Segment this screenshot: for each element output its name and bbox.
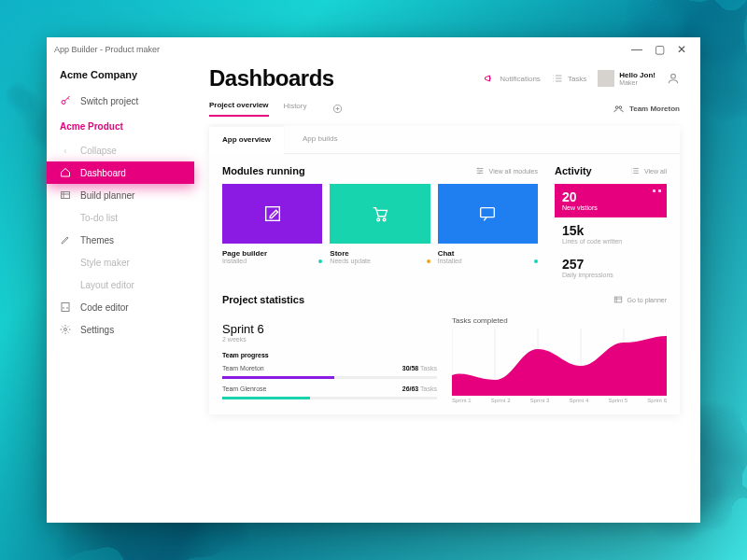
metric-value: 20 bbox=[562, 189, 659, 204]
team-done: 30/58 bbox=[402, 365, 419, 371]
company-name: Acme Company bbox=[47, 69, 194, 90]
team-icon bbox=[613, 104, 624, 114]
module-status: Installed bbox=[222, 258, 247, 264]
view-all-label: View all bbox=[644, 168, 667, 175]
project-name[interactable]: Acme Product bbox=[47, 112, 194, 139]
view-all-modules-label: View all modules bbox=[489, 168, 538, 175]
svg-point-3 bbox=[64, 329, 67, 331]
metric-lines-of-code[interactable]: 15k Lines of code written bbox=[555, 217, 667, 251]
project-stats-title: Project statistics bbox=[222, 294, 304, 305]
avatar bbox=[598, 70, 614, 87]
module-card-chat[interactable]: Chat Installed bbox=[438, 184, 538, 264]
list-icon bbox=[630, 166, 640, 175]
notifications-label: Notifications bbox=[500, 75, 541, 83]
account-icon[interactable] bbox=[667, 72, 680, 85]
tasks-completed-chart: Tasks completed Sprint 1 Sprint 2 Sprint… bbox=[452, 316, 667, 403]
svg-point-7 bbox=[619, 106, 622, 109]
user-menu[interactable]: Hello Jon! Maker bbox=[598, 70, 655, 87]
sidebar: Acme Company Switch project Acme Product… bbox=[47, 62, 194, 523]
metric-label: Lines of code written bbox=[562, 238, 659, 245]
module-status: Needs update bbox=[330, 258, 371, 264]
sidebar-item-collapse[interactable]: ‹ Collapse bbox=[47, 139, 194, 161]
add-tab-button[interactable] bbox=[332, 104, 343, 114]
tab-history[interactable]: History bbox=[284, 102, 307, 116]
pencil-icon bbox=[60, 234, 71, 245]
window-minimize-button[interactable]: — bbox=[626, 43, 648, 56]
activity-title: Activity bbox=[555, 165, 592, 176]
switch-project-label: Switch project bbox=[80, 96, 138, 106]
sprint-label: Sprint 4 bbox=[570, 398, 589, 403]
sidebar-item-dashboard[interactable]: Dashboard bbox=[47, 161, 194, 184]
planner-icon bbox=[60, 189, 71, 201]
svg-point-0 bbox=[62, 101, 65, 105]
module-name: Store bbox=[330, 249, 430, 258]
home-icon bbox=[60, 167, 71, 178]
svg-rect-1 bbox=[62, 192, 70, 199]
window-title: App Builder - Product maker bbox=[54, 45, 160, 54]
user-role: Maker bbox=[619, 79, 655, 86]
sidebar-item-code-editor[interactable]: Code editor bbox=[47, 296, 194, 318]
sidebar-item-label: Themes bbox=[80, 235, 114, 245]
main-content: Dashboards Notifications Tasks bbox=[194, 62, 700, 523]
team-progress-block: Sprint 6 2 weeks Team progress Team More… bbox=[222, 316, 437, 403]
view-all-modules-link[interactable]: View all modules bbox=[475, 166, 538, 175]
sidebar-item-settings[interactable]: Settings bbox=[47, 318, 194, 341]
svg-point-6 bbox=[615, 106, 618, 109]
notifications-button[interactable]: Notifications bbox=[484, 73, 541, 84]
status-dot-green bbox=[534, 259, 538, 263]
svg-rect-12 bbox=[614, 297, 622, 302]
team-unit: Tasks bbox=[420, 385, 437, 392]
go-to-planner-link[interactable]: Go to planner bbox=[613, 295, 667, 304]
view-all-activity-link[interactable]: View all bbox=[630, 166, 667, 175]
sidebar-item-todo[interactable]: To-do list bbox=[47, 206, 194, 229]
modules-title: Modules running bbox=[222, 165, 305, 176]
team-label: Team Moreton bbox=[629, 105, 680, 113]
status-dot-green bbox=[318, 259, 322, 263]
window-maximize-button[interactable]: ▢ bbox=[648, 43, 670, 56]
tab-app-builds[interactable]: App builds bbox=[289, 126, 350, 153]
svg-point-4 bbox=[671, 74, 676, 78]
module-name: Page builder bbox=[222, 249, 322, 258]
team-selector[interactable]: Team Moreton bbox=[613, 104, 680, 114]
metric-impressions[interactable]: 257 Daily impressions bbox=[555, 251, 667, 285]
team-name: Team Glenrose bbox=[222, 385, 266, 392]
page-title: Dashboards bbox=[209, 65, 334, 91]
sprint-duration: 2 weeks bbox=[222, 336, 437, 343]
sidebar-item-themes[interactable]: Themes bbox=[47, 229, 194, 251]
sidebar-item-layout-editor[interactable]: Layout editor bbox=[47, 273, 194, 296]
sidebar-item-style-maker[interactable]: Style maker bbox=[47, 251, 194, 273]
progress-bar-glenrose bbox=[222, 397, 437, 399]
sprint-label: Sprint 5 bbox=[608, 398, 627, 403]
go-planner-label: Go to planner bbox=[627, 297, 667, 303]
svg-rect-2 bbox=[62, 303, 69, 312]
blank-icon bbox=[60, 279, 71, 290]
tasks-button[interactable]: Tasks bbox=[552, 73, 586, 84]
tab-project-overview[interactable]: Project overview bbox=[209, 101, 269, 117]
svg-point-9 bbox=[377, 218, 380, 221]
window-close-button[interactable]: ✕ bbox=[670, 43, 693, 56]
module-card-page-builder[interactable]: Page builder Installed bbox=[222, 184, 322, 264]
chat-icon bbox=[477, 203, 498, 224]
tab-app-overview[interactable]: App overview bbox=[209, 127, 284, 154]
team-progress-title: Team progress bbox=[222, 352, 437, 358]
metric-label: New vistiors bbox=[562, 204, 659, 211]
tasks-label: Tasks bbox=[568, 75, 586, 83]
edit-icon bbox=[262, 203, 283, 224]
sidebar-item-build-planner[interactable]: Build planner bbox=[47, 184, 194, 206]
sidebar-item-label: Collapse bbox=[80, 146, 117, 156]
sprint-label: Sprint 6 bbox=[647, 398, 667, 403]
overview-panel: App overview App builds Modules running … bbox=[209, 126, 680, 414]
team-done: 26/63 bbox=[402, 385, 419, 392]
switch-project-button[interactable]: Switch project bbox=[47, 90, 194, 112]
metric-value: 15k bbox=[562, 223, 659, 238]
progress-bar-moreton bbox=[222, 376, 437, 379]
module-card-store[interactable]: Store Needs update bbox=[330, 184, 430, 264]
metric-new-visitors[interactable]: 20 New vistiors bbox=[555, 184, 667, 217]
sidebar-item-label: Code editor bbox=[80, 302, 129, 313]
chart-title: Tasks completed bbox=[452, 316, 667, 325]
sliders-icon bbox=[475, 166, 485, 175]
sidebar-item-label: Style maker bbox=[80, 258, 130, 268]
titlebar: App Builder - Product maker — ▢ ✕ bbox=[47, 37, 700, 62]
svg-point-10 bbox=[383, 218, 386, 221]
blank-icon bbox=[60, 257, 71, 268]
